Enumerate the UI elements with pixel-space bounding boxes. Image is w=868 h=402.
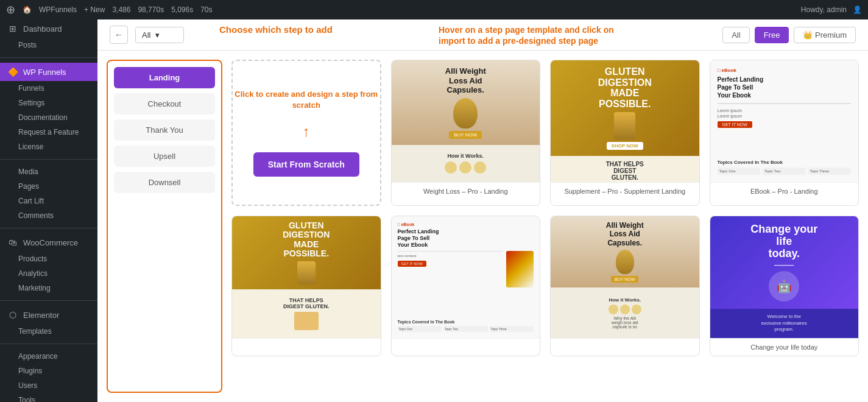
filter-free-tab[interactable]: Free: [755, 27, 789, 43]
main-content: Choose which step to add Hover on a step…: [97, 0, 868, 402]
template-card-weight-loss[interactable]: Alli WeightLoss AidCapsules. BUY NOW How…: [391, 60, 541, 206]
sidebar-item-wpfunnels[interactable]: 🔶 WP Funnels: [0, 63, 97, 81]
content-area: Landing Checkout Thank You Upsell Downse…: [97, 51, 868, 402]
template-preview-supplement2: GLUTENDIGESTIONMADEPOSSIBLE. THAT HELPSD…: [232, 216, 381, 338]
sidebar-item-pages[interactable]: Pages: [0, 179, 97, 194]
start-from-scratch-button[interactable]: Start From Scratch: [253, 152, 359, 177]
sidebar-item-dashboard[interactable]: ⊞ Dashboard: [0, 19, 97, 38]
crown-icon: 👑: [803, 30, 813, 40]
sidebar-item-templates[interactable]: Templates: [0, 324, 97, 339]
template-preview-weight-loss: Alli WeightLoss AidCapsules. BUY NOW How…: [392, 60, 540, 182]
template-preview-ebook: □ eBook Perfect LandingPage To SellYour …: [710, 60, 859, 182]
templates-area: Click to create and design a step from s…: [222, 51, 868, 402]
back-button[interactable]: ←: [110, 26, 128, 44]
admin-bar-stat3: 5,096s: [171, 5, 193, 14]
admin-bar-avatar: 👤: [853, 5, 862, 14]
template-label-wl2: [551, 338, 699, 348]
sidebar-sub-funnels[interactable]: Funnels: [0, 81, 97, 96]
sidebar-sub-settings[interactable]: Settings: [0, 96, 97, 110]
sidebar-item-analytics[interactable]: Analytics: [0, 266, 97, 281]
woo-icon: 🛍: [7, 238, 18, 247]
annotation-hover-template: Hover on a step page template and click …: [439, 24, 621, 46]
sidebar-item-media[interactable]: Media: [0, 164, 97, 179]
filter-premium-tab[interactable]: 👑 Premium: [794, 27, 856, 43]
admin-bar-stat4: 70s: [200, 5, 212, 14]
scratch-from-scratch-card[interactable]: Click to create and design a step from s…: [231, 60, 381, 206]
template-preview-purple: Change yourlifetoday. ━━━━━━━━ 🤖 Welcome…: [710, 216, 859, 338]
filter-tabs: All Free 👑 Premium: [722, 27, 856, 43]
admin-bar-user[interactable]: Howdy, admin: [801, 5, 847, 14]
template-label-ebook2: [392, 338, 540, 348]
sidebar-sub-license[interactable]: License: [0, 139, 97, 154]
sidebar-item-plugins[interactable]: Plugins: [0, 364, 97, 378]
wp-logo: ⊕: [6, 3, 15, 16]
step-btn-upsell[interactable]: Upsell: [114, 146, 215, 167]
admin-bar-stat1: 3,486: [112, 5, 130, 14]
step-btn-thankyou[interactable]: Thank You: [114, 119, 215, 141]
sidebar-item-marketing[interactable]: Marketing: [0, 281, 97, 295]
step-btn-landing[interactable]: Landing: [114, 67, 215, 88]
sidebar-sub-docs[interactable]: Documentation: [0, 110, 97, 125]
sidebar-item-appearance[interactable]: Appearance: [0, 349, 97, 364]
template-label-weight-loss: Weight Loss – Pro - Landing: [392, 182, 540, 200]
annotation-choose-step: Choose which step to add: [219, 24, 333, 35]
template-preview-supplement: GLUTENDIGESTIONMADEPOSSIBLE. SHOP NOW TH…: [551, 60, 699, 182]
sidebar-item-elementor[interactable]: ⬡ Elementor: [0, 306, 97, 324]
sidebar-item-comments[interactable]: Comments: [0, 208, 97, 223]
dashboard-icon: ⊞: [7, 24, 18, 34]
filter-all-tab[interactable]: All: [722, 27, 749, 43]
template-card-wl2[interactable]: Alli WeightLoss AidCapsules. BUY NOW How…: [550, 216, 700, 356]
admin-bar-stat2: 98,770s: [138, 5, 164, 14]
sidebar-item-tools[interactable]: Tools: [0, 393, 97, 402]
sidebar-item-users[interactable]: Users: [0, 378, 97, 393]
template-card-ebook[interactable]: □ eBook Perfect LandingPage To SellYour …: [710, 60, 859, 206]
template-label-purple: Change your life today: [710, 338, 859, 356]
step-type-select[interactable]: All ▾: [135, 27, 184, 43]
admin-bar: ⊕ 🏠 WPFunnels + New 3,486 98,770s 5,096s…: [0, 0, 868, 19]
sidebar-item-posts[interactable]: Posts: [0, 38, 97, 52]
sidebar-item-woocommerce[interactable]: 🛍 WooCommerce: [0, 233, 97, 252]
wpfunnels-icon: 🔶: [7, 67, 18, 77]
template-card-supplement[interactable]: GLUTENDIGESTIONMADEPOSSIBLE. SHOP NOW TH…: [550, 60, 700, 206]
scratch-annotation: Click to create and design a step from s…: [233, 89, 380, 111]
admin-bar-new[interactable]: + New: [84, 5, 105, 14]
template-card-purple[interactable]: Change yourlifetoday. ━━━━━━━━ 🤖 Welcome…: [710, 216, 859, 356]
step-type-sidebar: Landing Checkout Thank You Upsell Downse…: [107, 60, 222, 393]
template-label-ebook: EBook – Pro - Landing: [710, 182, 859, 200]
sidebar-sub-request[interactable]: Request a Feature: [0, 125, 97, 139]
template-card-ebook2[interactable]: □ eBook Perfect LandingPage To SellYour …: [391, 216, 541, 356]
template-preview-wl2: Alli WeightLoss AidCapsules. BUY NOW How…: [551, 216, 699, 338]
elementor-icon: ⬡: [7, 310, 18, 320]
sidebar-item-cartlift[interactable]: Cart Lift: [0, 194, 97, 208]
template-preview-ebook2: □ eBook Perfect LandingPage To SellYour …: [392, 216, 540, 338]
templates-grid: Click to create and design a step from s…: [231, 60, 859, 356]
step-btn-checkout[interactable]: Checkout: [114, 93, 215, 115]
admin-bar-wpfunnels[interactable]: WPFunnels: [39, 5, 77, 14]
top-toolbar: Choose which step to add Hover on a step…: [97, 19, 868, 51]
sidebar-item-products[interactable]: Products: [0, 252, 97, 266]
template-card-supplement2[interactable]: GLUTENDIGESTIONMADEPOSSIBLE. THAT HELPSD…: [231, 216, 381, 356]
scratch-arrow-up: ↑: [303, 123, 310, 140]
step-btn-downsell[interactable]: Downsell: [114, 172, 215, 193]
template-label-supplement2: [232, 338, 381, 348]
sidebar: ⊞ Dashboard Posts 🔶 WP Funnels Funnels S…: [0, 0, 97, 402]
admin-bar-home[interactable]: 🏠: [23, 5, 32, 14]
template-label-supplement: Supplement – Pro - Supplement Landing: [551, 182, 699, 200]
